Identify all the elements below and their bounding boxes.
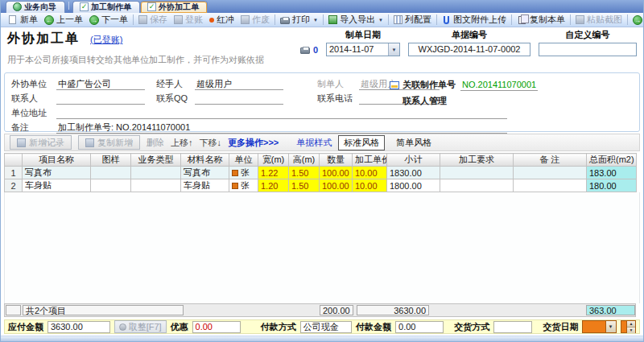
- price-cell[interactable]: 10.00: [353, 179, 387, 192]
- material-cell[interactable]: 车身贴: [181, 179, 229, 192]
- project-cell[interactable]: 车身贴: [23, 179, 91, 192]
- red-flush-button[interactable]: 红冲: [206, 14, 237, 27]
- more-operations-link[interactable]: 更多操作>>>: [228, 137, 279, 149]
- items-table-wrap: 项目名称 图样 业务类型 材料名称 单位 宽(m) 高(m) 数量 加工单价 小…: [4, 153, 640, 192]
- price-cell[interactable]: 10.00: [353, 167, 387, 179]
- table-row[interactable]: 1 写真布 写真布 张 1.22 1.50 100.00 10.00 1830.…: [5, 167, 637, 179]
- project-cell[interactable]: 写真布: [23, 167, 91, 179]
- tab-divider: [68, 2, 69, 10]
- biz-type-cell[interactable]: [131, 167, 181, 179]
- requirement-cell[interactable]: [440, 179, 514, 192]
- col-header-qty[interactable]: 数量: [320, 154, 353, 167]
- chevron-down-icon[interactable]: ▼: [388, 43, 399, 56]
- move-down-link[interactable]: 下移↓: [200, 137, 222, 149]
- exit-button[interactable]: → 退出: [630, 14, 644, 27]
- delivery-method-input[interactable]: [493, 321, 532, 333]
- doc-number-input[interactable]: WXJGD-2014-11-07-0002: [408, 43, 530, 56]
- creator-label: 制单人: [317, 78, 359, 90]
- table-row[interactable]: 2 车身贴 车身贴 张 1.20 1.50 100.00 10.00 1800.…: [5, 179, 637, 192]
- style-simple-option[interactable]: 简单风格: [391, 136, 436, 150]
- col-header-unit[interactable]: 单位: [229, 154, 258, 167]
- unit-color-icon: [232, 170, 238, 176]
- delivery-time-stepper[interactable]: ▲ ▼: [621, 320, 636, 333]
- tab-business-wizard[interactable]: 业务向导: [6, 1, 65, 13]
- posted-status-link[interactable]: (已登账): [90, 35, 122, 44]
- payable-input[interactable]: 3630.00: [47, 321, 110, 333]
- requirement-cell[interactable]: [440, 167, 514, 179]
- printer-icon[interactable]: [300, 47, 310, 54]
- col-header-remark[interactable]: 备 注: [514, 154, 587, 167]
- image-cell[interactable]: [91, 179, 131, 192]
- delivery-date-combobox[interactable]: ▼: [582, 320, 616, 333]
- custom-number-input[interactable]: [539, 43, 637, 56]
- print-button[interactable]: 打印 ▼: [277, 14, 321, 27]
- tab-outsourcing-order[interactable]: ✓ 外协加工单: [140, 1, 208, 13]
- col-header-material[interactable]: 材料名称: [181, 154, 229, 167]
- col-header-project[interactable]: 项目名称: [23, 154, 91, 167]
- button-label: 列配置: [405, 14, 431, 26]
- payment-amount-label: 付款金额: [356, 321, 391, 333]
- qty-cell[interactable]: 100.00: [320, 167, 353, 179]
- col-header-subtotal[interactable]: 小计: [387, 154, 440, 167]
- row-number-cell: 2: [5, 179, 23, 192]
- stepper-buttons[interactable]: ▲ ▼: [626, 321, 635, 332]
- style-standard-option[interactable]: 标准风格: [338, 135, 385, 150]
- qty-cell[interactable]: 100.00: [320, 179, 353, 192]
- button-label: 复制新增: [97, 137, 133, 149]
- contact-management-line[interactable]: 联系人管理: [390, 94, 538, 108]
- unit-cell[interactable]: 张: [229, 167, 258, 179]
- exit-icon: →: [633, 15, 642, 25]
- col-header-image[interactable]: 图样: [91, 154, 131, 167]
- chevron-down-icon[interactable]: ▼: [605, 321, 616, 332]
- new-order-button[interactable]: 新单: [4, 14, 41, 27]
- import-export-button[interactable]: 导入导出 ▼: [325, 14, 386, 27]
- contact-input[interactable]: [56, 93, 145, 105]
- arrow-left-icon: ←: [44, 15, 54, 25]
- col-header-requirement[interactable]: 加工要求: [440, 154, 514, 167]
- material-cell[interactable]: 写真布: [181, 167, 229, 179]
- previous-order-button[interactable]: ← 上一单: [41, 14, 86, 27]
- toolbar-separator: [323, 14, 324, 25]
- payment-method-input[interactable]: 公司现金: [300, 321, 352, 333]
- contact-qq-input[interactable]: [195, 93, 283, 105]
- biz-type-cell[interactable]: [131, 179, 181, 192]
- button-label: 新增记录: [29, 137, 64, 149]
- col-header-area[interactable]: 总面积(m2): [587, 154, 637, 167]
- width-cell[interactable]: 1.22: [258, 167, 289, 179]
- contact-management-link[interactable]: 联系人管理: [402, 95, 447, 107]
- remark-cell[interactable]: [514, 167, 587, 179]
- handler-input[interactable]: 超级用户: [195, 78, 283, 90]
- col-header-price[interactable]: 加工单价: [353, 154, 387, 167]
- payment-amount-input[interactable]: 0.00: [395, 321, 444, 333]
- column-config-button[interactable]: 列配置: [390, 14, 435, 27]
- attachment-upload-button[interactable]: 图文附件上传: [439, 14, 510, 27]
- order-date-combobox[interactable]: 2014-11-07 ▼: [326, 43, 400, 56]
- copy-add-button: 复制新增: [78, 135, 140, 150]
- linked-order-number[interactable]: NO.201411070001: [460, 79, 538, 91]
- col-header-height[interactable]: 高(m): [289, 154, 320, 167]
- linked-order-block: 关联制作单号 NO.201411070001 联系人管理: [390, 78, 538, 110]
- discount-input[interactable]: 0.00: [192, 321, 241, 333]
- unit-cell[interactable]: 张: [229, 179, 258, 192]
- vendor-input[interactable]: 中盛广告公司: [56, 78, 145, 90]
- copy-order-button[interactable]: 复制本单: [514, 14, 568, 27]
- width-cell[interactable]: 1.20: [258, 179, 289, 192]
- height-cell[interactable]: 1.50: [289, 167, 320, 179]
- qty-total: 200.00: [320, 305, 353, 315]
- delivery-date-label: 交货日期: [543, 321, 578, 333]
- next-order-button[interactable]: → 下一单: [86, 14, 131, 27]
- col-header-biz-type[interactable]: 业务类型: [131, 154, 181, 167]
- phone-label: 联系电话: [317, 93, 359, 105]
- tab-production-order[interactable]: ✓ 加工制作单: [72, 1, 140, 13]
- col-header-width[interactable]: 宽(m): [258, 154, 289, 167]
- spin-down-icon[interactable]: ▼: [627, 328, 635, 333]
- remark-input[interactable]: 加工制作单号: NO.201411070001: [56, 122, 507, 134]
- move-up-link[interactable]: 上移↑: [171, 137, 193, 149]
- remark-cell[interactable]: [514, 179, 587, 192]
- image-cell[interactable]: [91, 167, 131, 179]
- grid-toolbar: 新增记录 复制新增 删除 上移↑ 下移↓ 更多操作>>> 单据样式 标准风格 简…: [4, 134, 640, 151]
- spin-up-icon[interactable]: ▲: [627, 321, 635, 328]
- linked-document-icon: [390, 81, 399, 89]
- tab-label: 外协加工单: [159, 2, 199, 13]
- height-cell[interactable]: 1.50: [289, 179, 320, 192]
